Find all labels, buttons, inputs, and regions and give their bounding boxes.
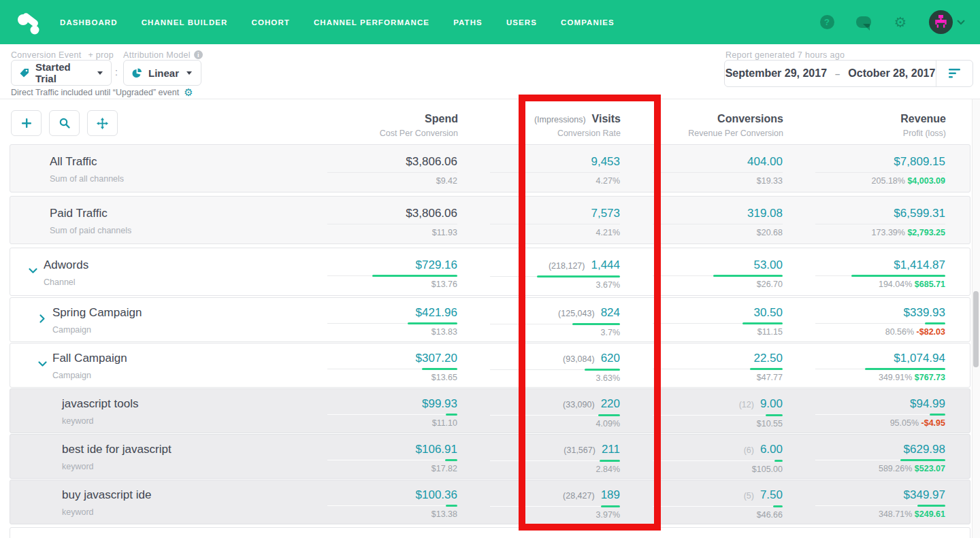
profit-amount: $4,003.09 [907, 176, 945, 186]
avatar[interactable] [929, 10, 953, 34]
help-icon[interactable]: ? [819, 14, 835, 31]
add-channel-button[interactable] [11, 110, 42, 136]
value-bar [446, 505, 457, 507]
cell-subvalue: 4.09% [482, 419, 620, 428]
filter-separator: : [115, 67, 118, 78]
impressions-count: (28,427) [563, 488, 595, 503]
cell-divider [653, 172, 783, 173]
scrollbar-thumb[interactable] [973, 291, 979, 367]
attribution-logo[interactable] [15, 7, 42, 37]
date-range-value: September 29, 2017 – October 28, 2017 [725, 67, 936, 80]
settings-icon[interactable]: ⚙ [892, 14, 909, 31]
profit-amount: -$4.95 [921, 418, 945, 428]
cell-value: 7.50 [760, 488, 783, 503]
cell-divider [815, 369, 945, 369]
profit-percent: 589.26% [879, 464, 912, 473]
performance-table: Spend Cost Per Conversion (Impressions)V… [0, 99, 980, 538]
column-header-conversions[interactable]: Conversions Revenue Per Conversion [645, 113, 808, 138]
user-menu[interactable] [929, 10, 965, 34]
conversion-event-dropdown[interactable]: Started Trial [11, 60, 112, 86]
date-filter-button[interactable] [936, 61, 973, 86]
value-bar [372, 275, 457, 277]
cell-value: $6,599.31 [894, 206, 945, 221]
row-type: Campaign [52, 325, 319, 335]
cell-value: 7,573 [591, 206, 620, 221]
table-row[interactable]: javascript tools keyword $99.93 $11.10 (… [10, 388, 970, 433]
cell-conversions: (5)7.50 $46.66 [644, 480, 807, 524]
cell-subvalue: $13.38 [319, 509, 457, 519]
column-header-revenue[interactable]: Revenue Profit (loss) [808, 113, 970, 138]
profit-percent: 173.39% [872, 228, 905, 237]
cell-value: $629.98 [904, 442, 945, 457]
column-header-spend[interactable]: Spend Cost Per Conversion [320, 113, 483, 138]
cell-value: $729.16 [416, 258, 457, 273]
cell-revenue: $1,414.87 194.04% $685.71 [807, 248, 970, 295]
note-settings-gear-icon[interactable]: ⚙ [184, 86, 193, 99]
cell-divider [815, 172, 945, 173]
row-label: buy javascript ide keyword [10, 480, 319, 524]
cell-divider [653, 323, 783, 324]
impressions-label: (Impressions) [534, 115, 586, 124]
nav-item[interactable]: USERS [506, 18, 537, 27]
cell-divider [490, 415, 620, 416]
report-generated-label: Report generated 7 hours ago [725, 50, 845, 60]
table-row[interactable]: All Traffic Sum of all channels $3,806.0… [10, 144, 970, 192]
vertical-scrollbar[interactable] [972, 99, 980, 538]
cell-value: $1,414.87 [894, 258, 945, 273]
cell-value: $307.20 [416, 351, 457, 366]
cell-visits: 975 [482, 528, 644, 538]
table-row[interactable]: Spring Campaign Campaign $421.96 $13.83 … [10, 297, 970, 342]
row-name: javascript tools [62, 397, 319, 411]
nav-item[interactable]: CHANNEL PERFORMANCE [314, 18, 429, 27]
table-row[interactable]: Paid Traffic Sum of paid channels $3,806… [10, 196, 970, 244]
nav-item[interactable]: DASHBOARD [60, 18, 118, 27]
value-bar [865, 368, 945, 370]
cell-divider [327, 172, 457, 173]
table-header: Spend Cost Per Conversion (Impressions)V… [10, 99, 970, 144]
cell-divider [815, 505, 945, 506]
row-name: Paid Traffic [50, 206, 319, 221]
row-label: Adwords Channel [10, 248, 319, 295]
table-row[interactable]: Fall Campaign Campaign $307.20 $13.65 (9… [10, 343, 970, 388]
top-navigation-bar: DASHBOARDCHANNEL BUILDERCOHORTCHANNEL PE… [0, 0, 980, 44]
profit-amount: -$82.03 [917, 327, 945, 337]
impressions-count: (125,043) [558, 306, 595, 321]
cell-visits: (93,084)620 3.63% [482, 343, 644, 387]
table-row[interactable]: Video Channel $306.06 975 14.00 $944.97 [10, 527, 970, 538]
cell-divider [653, 275, 783, 276]
chevron-down-icon [97, 71, 103, 75]
cell-subvalue: 4.21% [482, 228, 620, 237]
nav-item[interactable]: PATHS [453, 18, 483, 27]
cell-subvalue: $13.83 [319, 327, 457, 337]
cell-divider [490, 276, 620, 277]
table-row[interactable]: Adwords Channel $729.16 $13.76 (218,127)… [10, 248, 970, 296]
nav-item[interactable]: COMPANIES [561, 18, 615, 27]
row-label: All Traffic Sum of all channels [10, 145, 319, 192]
row-expand-chevron-icon[interactable] [38, 361, 48, 371]
nav-item[interactable]: CHANNEL BUILDER [142, 18, 228, 27]
info-icon[interactable]: i [194, 50, 203, 59]
move-button[interactable] [87, 110, 118, 136]
column-header-visits[interactable]: (Impressions)Visits Conversion Rate [483, 113, 645, 138]
cell-value: $99.93 [422, 397, 457, 411]
cell-conversions: 14.00 [644, 528, 807, 538]
cell-subvalue: $17.82 [319, 464, 457, 473]
table-row[interactable]: buy javascript ide keyword $100.36 $13.3… [10, 480, 970, 524]
attribution-model-dropdown[interactable]: Linear [123, 60, 201, 86]
value-bar [713, 275, 783, 277]
value-bar [446, 414, 457, 416]
cell-value: $106.91 [416, 442, 457, 457]
row-expand-chevron-icon[interactable] [29, 268, 38, 278]
cell-spend: $421.96 $13.83 [319, 298, 482, 341]
cell-subvalue: 3.67% [482, 280, 620, 290]
date-range-input[interactable]: September 29, 2017 – October 28, 2017 [724, 60, 973, 87]
profit-amount: $523.07 [915, 464, 945, 473]
chat-icon[interactable] [855, 14, 872, 31]
cell-conversions: 53.00 $26.70 [644, 248, 807, 295]
nav-item[interactable]: COHORT [251, 18, 289, 27]
cell-revenue: $94.99 95.05% -$4.95 [807, 389, 970, 433]
add-prop-link[interactable]: + prop [88, 50, 114, 60]
table-row[interactable]: best ide for javascript keyword $106.91 … [10, 434, 970, 479]
search-button[interactable] [49, 110, 80, 136]
row-expand-chevron-icon[interactable] [38, 316, 48, 325]
